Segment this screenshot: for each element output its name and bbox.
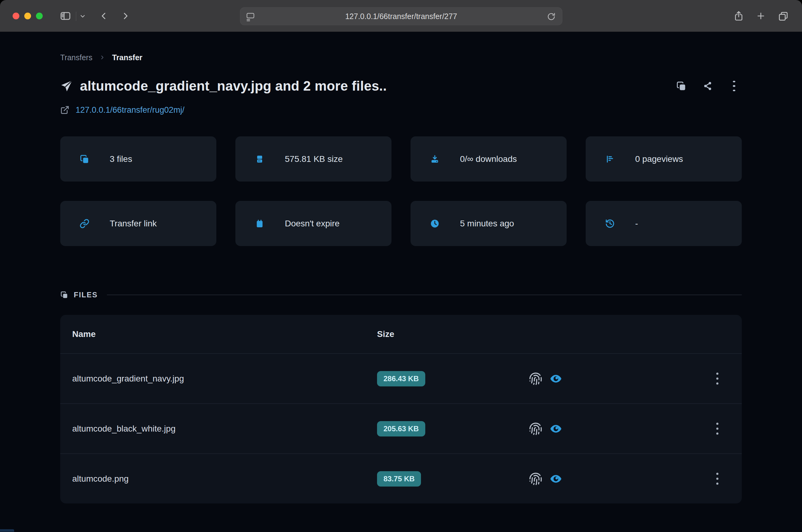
stat-label: Transfer link (110, 219, 157, 229)
stat-card-downloads: 0/∞ downloads (411, 136, 566, 182)
browser-toolbar: 127.0.0.1/66transfer/transfer/277 (0, 0, 802, 32)
stat-card-files: 3 files (60, 136, 216, 182)
fingerprint-icon[interactable] (529, 372, 542, 385)
stat-label: 5 minutes ago (460, 219, 514, 229)
breadcrumb-current: Transfer (112, 53, 143, 62)
browser-window: 127.0.0.1/66transfer/transfer/277 (0, 0, 802, 532)
back-button[interactable] (99, 11, 109, 21)
files-table-header: Name Size (60, 315, 742, 353)
download-icon (430, 154, 440, 164)
column-header-name: Name (60, 329, 377, 339)
stat-label: - (635, 219, 638, 229)
address-bar[interactable]: 127.0.0.1/66transfer/transfer/277 (240, 7, 562, 25)
stat-card-pageviews: 0 pageviews (586, 136, 742, 182)
chevron-right-icon (99, 54, 106, 60)
paper-plane-icon (60, 79, 73, 92)
row-menu-button[interactable] (716, 423, 719, 435)
table-row: altumcode_black_white.jpg 205.63 KB (60, 403, 742, 453)
stat-label: Doesn't expire (285, 219, 339, 229)
history-icon (605, 218, 615, 229)
page-title: altumcode_gradient_navy.jpg and 2 more f… (80, 78, 387, 94)
stat-label: 0/∞ downloads (460, 154, 517, 164)
files-icon (79, 154, 90, 164)
url-text: 127.0.0.1/66transfer/transfer/277 (345, 12, 457, 21)
calendar-icon (255, 218, 265, 229)
stat-card-last-download: - (586, 201, 742, 246)
breadcrumb-transfers-link[interactable]: Transfers (60, 53, 93, 62)
storage-icon (255, 154, 265, 164)
stat-card-created: 5 minutes ago (411, 201, 566, 246)
copy-button[interactable] (676, 81, 687, 91)
new-tab-icon[interactable] (756, 11, 766, 21)
row-menu-button[interactable] (716, 473, 719, 485)
reload-icon[interactable] (547, 12, 556, 23)
preview-eye-icon[interactable] (548, 373, 563, 385)
stat-label: 3 files (110, 154, 132, 164)
file-name: altumcode.png (60, 474, 377, 484)
link-icon (79, 218, 90, 229)
stat-card-expiry: Doesn't expire (236, 201, 391, 246)
stats-grid: 3 files 575.81 KB size (60, 136, 742, 246)
external-link-icon (60, 106, 70, 115)
column-header-size: Size (377, 329, 521, 339)
toolbar-divider (76, 12, 76, 21)
stat-label: 575.81 KB size (285, 154, 342, 164)
table-row: altumcode_gradient_navy.jpg 286.43 KB (60, 353, 742, 403)
table-row: altumcode.png 83.75 KB (60, 453, 742, 504)
sidebar-toggle-icon[interactable] (59, 10, 72, 22)
files-section-header: FILES (60, 290, 742, 300)
row-menu-button[interactable] (716, 373, 719, 384)
bottom-left-accent (0, 529, 14, 532)
preview-eye-icon[interactable] (548, 473, 563, 485)
file-name: altumcode_gradient_navy.jpg (60, 374, 377, 384)
preview-eye-icon[interactable] (548, 423, 563, 435)
zoom-window-button[interactable] (36, 13, 43, 19)
close-window-button[interactable] (13, 13, 19, 19)
files-section-icon (60, 290, 68, 299)
share-icon[interactable] (703, 81, 713, 91)
traffic-lights (13, 13, 43, 19)
tab-overview-icon[interactable] (778, 11, 789, 22)
stat-card-size: 575.81 KB size (236, 136, 391, 182)
forward-button[interactable] (120, 11, 130, 21)
more-options-button[interactable] (729, 81, 739, 91)
share-page-icon[interactable] (733, 11, 744, 21)
chevron-down-icon[interactable] (79, 13, 86, 20)
file-name: altumcode_black_white.jpg (60, 424, 377, 434)
files-section-title: FILES (74, 290, 98, 299)
page-settings-icon[interactable] (246, 12, 255, 23)
page-content: Transfers Transfer altumcode_gradient_na… (0, 32, 802, 532)
breadcrumb: Transfers Transfer (60, 53, 742, 62)
file-size-badge: 286.43 KB (377, 371, 425, 386)
transfer-share-link[interactable]: 127.0.0.1/66transfer/rug02mj/ (76, 106, 184, 115)
section-divider (107, 294, 742, 295)
fingerprint-icon[interactable] (529, 472, 542, 486)
file-size-badge: 83.75 KB (377, 471, 421, 487)
clock-icon (430, 218, 440, 229)
files-table: Name Size altumcode_gradient_navy.jpg 28… (60, 315, 742, 504)
fingerprint-icon[interactable] (529, 422, 542, 436)
stat-card-transfer-link: Transfer link (60, 201, 216, 246)
minimize-window-button[interactable] (24, 13, 31, 19)
stat-label: 0 pageviews (635, 154, 683, 164)
file-size-badge: 205.63 KB (377, 421, 425, 436)
pageviews-chart-icon (605, 154, 615, 164)
